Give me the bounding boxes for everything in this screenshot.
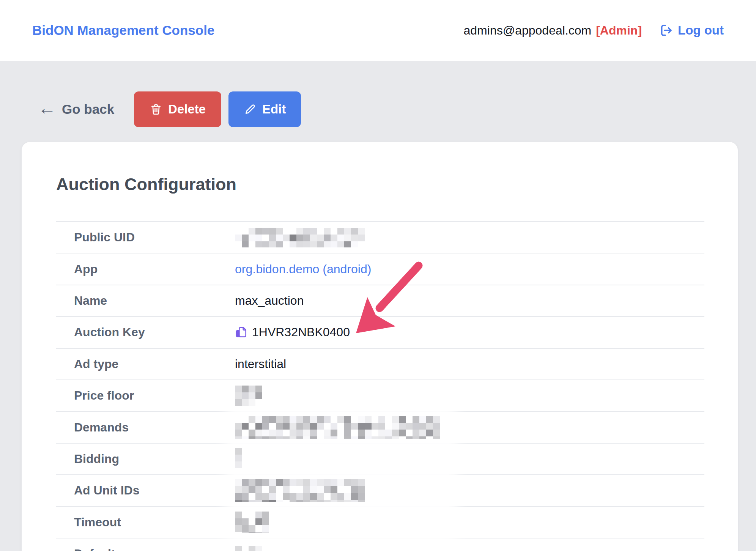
redacted-value: [235, 479, 365, 502]
row-label: Timeout: [74, 515, 235, 529]
table-row: Default: [56, 538, 704, 551]
row-value: [235, 546, 263, 551]
go-back-label: Go back: [62, 102, 114, 117]
row-value: [235, 479, 365, 502]
row-label: Name: [74, 294, 235, 308]
redacted-value: [235, 228, 370, 247]
row-value: 1HVR32NBK0400: [235, 325, 350, 339]
app-title[interactable]: BidON Management Console: [32, 23, 214, 38]
copy-auction-key-button[interactable]: [235, 326, 247, 338]
table-row: Public UID: [56, 221, 704, 253]
table-row: Apporg.bidon.demo (android): [56, 253, 704, 284]
row-label: Auction Key: [74, 325, 235, 339]
row-value-text: max_auction: [235, 294, 304, 308]
user-email: admins@appodeal.com: [464, 24, 592, 38]
row-value: org.bidon.demo (android): [235, 262, 371, 276]
table-row: Namemax_auction: [56, 285, 704, 316]
row-value-text: interstitial: [235, 357, 286, 371]
top-bar: BidON Management Console admins@appodeal…: [0, 0, 756, 61]
copy-icon: [235, 326, 247, 338]
row-label: Public UID: [74, 230, 235, 244]
redacted-value: [235, 546, 263, 551]
logout-label: Log out: [678, 23, 724, 38]
row-label: Price floor: [74, 389, 235, 403]
card-title: Auction Configuration: [56, 175, 236, 194]
redacted-value: [235, 512, 272, 533]
redacted-value: [235, 416, 446, 439]
edit-button[interactable]: Edit: [228, 91, 301, 127]
row-value: [235, 512, 272, 533]
row-label: Bidding: [74, 452, 235, 466]
user-role-badge: [Admin]: [596, 24, 642, 38]
auction-key-value: 1HVR32NBK0400: [252, 325, 350, 339]
table-row: Auction Key1HVR32NBK0400: [56, 316, 704, 348]
redacted-value: [235, 448, 246, 470]
table-row: Ad typeinterstitial: [56, 348, 704, 379]
row-value: [235, 416, 446, 439]
app-link[interactable]: org.bidon.demo (android): [235, 262, 371, 276]
row-value: interstitial: [235, 357, 286, 371]
row-value: max_auction: [235, 294, 304, 308]
row-label: App: [74, 262, 235, 276]
row-value: [235, 228, 370, 247]
row-label: Default: [74, 547, 235, 551]
edit-label: Edit: [262, 102, 286, 116]
logout-icon: [659, 24, 673, 37]
row-label: Demands: [74, 420, 235, 435]
trash-icon: [150, 103, 162, 116]
pencil-icon: [244, 103, 257, 116]
row-label: Ad Unit IDs: [74, 483, 235, 497]
table-row: Price floor: [56, 379, 704, 411]
toolbar: ← Go back Delete Edit: [38, 91, 301, 127]
row-value: [235, 448, 246, 470]
go-back-link[interactable]: ← Go back: [38, 102, 114, 117]
logout-link[interactable]: Log out: [659, 23, 724, 38]
table-row: Demands: [56, 411, 704, 442]
delete-label: Delete: [168, 102, 206, 116]
delete-button[interactable]: Delete: [134, 91, 221, 127]
top-bar-right: admins@appodeal.com [Admin] Log out: [464, 23, 724, 38]
row-value: [235, 386, 267, 406]
row-label: Ad type: [74, 357, 235, 371]
redacted-value: [235, 386, 267, 406]
